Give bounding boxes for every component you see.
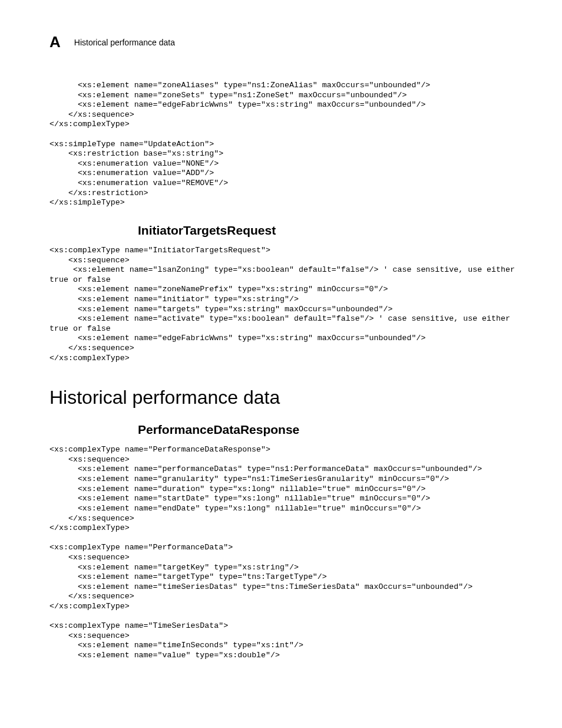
page-content: A Historical performance data <xs:elemen… (0, 0, 562, 684)
code-block-2: <xs:complexType name="InitiatorTargetsRe… (49, 246, 529, 363)
heading-performance-data-response: PerformanceDataResponse (138, 423, 529, 437)
page-header: A Historical performance data (49, 33, 529, 51)
appendix-letter: A (49, 33, 60, 51)
heading-initiator-targets-request: InitiatorTargetsRequest (138, 223, 529, 238)
code-block-1: <xs:element name="zoneAliases" type="ns1… (49, 81, 529, 208)
code-block-3: <xs:complexType name="PerformanceDataRes… (49, 445, 529, 660)
heading-historical-performance-data: Historical performance data (49, 387, 529, 409)
header-title: Historical performance data (74, 38, 175, 47)
